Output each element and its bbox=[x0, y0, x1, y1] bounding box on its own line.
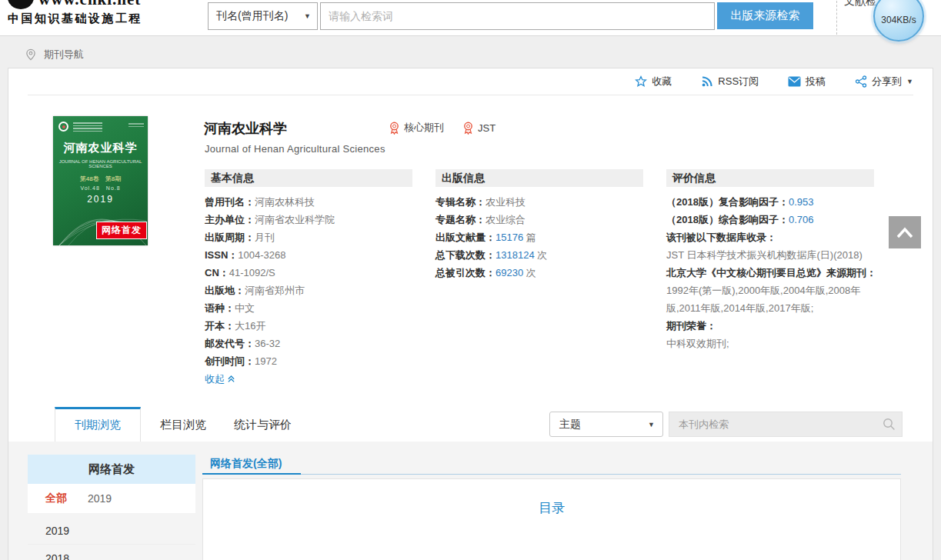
share-icon bbox=[855, 75, 867, 88]
chevron-down-icon: ▼ bbox=[304, 12, 311, 20]
chevron-up-icon bbox=[896, 225, 914, 239]
sidebar-online-first-header[interactable]: 网络首发 bbox=[28, 455, 195, 484]
chevron-down-icon: ▼ bbox=[906, 78, 913, 85]
breadcrumb-journal-nav[interactable]: 期刊导航 bbox=[44, 48, 84, 62]
cover-decorative-lines-right bbox=[128, 123, 144, 128]
info-row: 出版文献量：15176 篇 bbox=[435, 228, 649, 246]
sidebar-year-item[interactable]: 2019 bbox=[28, 517, 195, 545]
cover-subtitle-en: JOURNAL OF HENAN AGRICULTURAL SCIENCES bbox=[53, 159, 148, 168]
info-row: 总下载次数：1318124 次 bbox=[435, 246, 649, 264]
header-divider bbox=[836, 1, 837, 35]
topic-select-value: 主题 bbox=[559, 418, 648, 432]
browse-tabs: 刊期浏览 栏目浏览 统计与评价 主题 ▼ bbox=[8, 407, 933, 442]
info-row: 总被引次数：69230 次 bbox=[435, 264, 649, 282]
database-included-label: 该刊被以下数据库收录： bbox=[666, 228, 880, 246]
publication-search-button[interactable]: 出版来源检索 bbox=[717, 2, 813, 29]
envelope-icon bbox=[788, 76, 801, 87]
journal-honor-label: 期刊荣誉： bbox=[666, 317, 880, 335]
info-row: 出版周期：月刊 bbox=[205, 228, 419, 246]
toc-heading: 目录 bbox=[203, 499, 900, 517]
info-row: 创刊时间：1972 bbox=[205, 352, 419, 370]
impact-factor-row: （2018版）复合影响因子：0.953 bbox=[666, 193, 880, 211]
back-to-top-button[interactable] bbox=[889, 216, 921, 248]
jst-badge: JST bbox=[462, 122, 496, 135]
cnki-logo[interactable]: www.cnki.net 中国知识基础设施工程 bbox=[8, 0, 142, 26]
online-first-all-tab[interactable]: 网络首发(全部) bbox=[210, 457, 282, 471]
table-of-contents-box: 目录 bbox=[202, 478, 901, 560]
info-row: 专辑名称：农业科技 bbox=[435, 193, 649, 211]
journal-title: 河南农业科学 bbox=[204, 119, 287, 138]
contribute-button[interactable]: 投稿 bbox=[788, 75, 826, 88]
share-button[interactable]: 分享到 ▼ bbox=[855, 75, 913, 88]
tab-stats-evaluation[interactable]: 统计与评价 bbox=[234, 407, 292, 442]
medal-icon bbox=[462, 122, 474, 135]
pku-core-label: 北京大学《中文核心期刊要目总览》来源期刊： bbox=[666, 264, 880, 282]
info-row: CN：41-1092/S bbox=[205, 264, 419, 282]
sidebar-year-item[interactable]: 2018 bbox=[28, 545, 195, 560]
online-first-badge: 网络首发 bbox=[96, 222, 147, 239]
journal-cover: 河南农业科学 JOURNAL OF HENAN AGRICULTURAL SCI… bbox=[53, 116, 148, 245]
search-type-value: 刊名(曾用刊名) bbox=[216, 9, 304, 23]
cover-title: 河南农业科学 bbox=[53, 141, 148, 155]
info-row: 语种：中文 bbox=[205, 299, 419, 317]
evaluation-info-column: 评价信息 （2018版）复合影响因子：0.953 （2018版）综合影响因子：0… bbox=[666, 169, 880, 352]
tab-issue-browse[interactable]: 刊期浏览 bbox=[55, 407, 141, 442]
impact-factor-row: （2018版）综合影响因子：0.706 bbox=[666, 211, 880, 228]
globe-icon bbox=[8, 0, 34, 9]
logo-url-text: www.cnki.net bbox=[38, 0, 141, 9]
topic-select[interactable]: 主题 ▼ bbox=[549, 412, 663, 437]
issue-browse-section: 网络首发 全部 2019 2019 2018 网络首发(全部) 目录 bbox=[8, 442, 933, 560]
rss-icon bbox=[701, 75, 713, 88]
core-journal-badge: 核心期刊 bbox=[389, 121, 444, 135]
info-row: 开本：大16开 bbox=[205, 317, 419, 335]
cover-emblem-icon bbox=[58, 122, 68, 132]
info-row: 主办单位：河南省农业科学院 bbox=[205, 211, 419, 228]
cover-volume: 第48卷 第8期 bbox=[53, 175, 148, 183]
logo-subtitle: 中国知识基础设施工程 bbox=[8, 12, 142, 26]
pku-core-value: 1992年(第一版),2000年版,2004年版,2008年版,2011年版,2… bbox=[666, 282, 880, 317]
sidebar-all-row: 全部 2019 bbox=[28, 484, 195, 513]
header-partial-text: 文献检 bbox=[844, 0, 876, 8]
top-header: www.cnki.net 中国知识基础设施工程 刊名(曾用刊名) ▼ 出版来源检… bbox=[0, 0, 941, 36]
favorite-button[interactable]: 收藏 bbox=[635, 75, 672, 88]
in-journal-search bbox=[669, 412, 903, 437]
basic-info-column: 基本信息 曾用刊名：河南农林科技 主办单位：河南省农业科学院 出版周期：月刊 I… bbox=[205, 169, 419, 388]
tab-column-browse[interactable]: 栏目浏览 bbox=[160, 407, 206, 442]
sidebar-current-year[interactable]: 2019 bbox=[88, 492, 112, 505]
breadcrumb: 期刊导航 bbox=[25, 48, 84, 62]
action-toolbar: 收藏 RSS订阅 投稿 分享到 bbox=[28, 68, 913, 95]
search-icon[interactable] bbox=[883, 418, 896, 431]
sidebar-all-link[interactable]: 全部 bbox=[45, 492, 67, 505]
cover-decorative-lines bbox=[73, 122, 102, 133]
journal-honor-value: 中科双效期刊; bbox=[666, 335, 880, 352]
tab-underline bbox=[202, 474, 901, 475]
journal-card: 收藏 RSS订阅 投稿 分享到 bbox=[8, 68, 933, 560]
search-input[interactable] bbox=[320, 2, 715, 30]
double-chevron-up-icon bbox=[227, 375, 235, 383]
info-row: 邮发代号：36-32 bbox=[205, 335, 419, 352]
info-row: 出版地：河南省郑州市 bbox=[205, 282, 419, 299]
info-row: 专题名称：农业综合 bbox=[435, 211, 649, 228]
star-icon bbox=[635, 75, 647, 88]
publication-info-header: 出版信息 bbox=[435, 169, 643, 187]
database-included-value: JST 日本科学技术振兴机构数据库(日)(2018) bbox=[666, 246, 880, 264]
info-row: ISSN：1004-3268 bbox=[205, 246, 419, 264]
location-pin-icon bbox=[25, 48, 37, 62]
publication-info-column: 出版信息 专辑名称：农业科技 专题名称：农业综合 出版文献量：15176 篇 总… bbox=[435, 169, 649, 282]
basic-info-header: 基本信息 bbox=[205, 169, 412, 187]
journal-badges: 核心期刊 JST bbox=[389, 121, 496, 135]
evaluation-info-header: 评价信息 bbox=[666, 169, 874, 187]
issue-sidebar: 网络首发 全部 2019 2019 2018 bbox=[28, 455, 195, 560]
sidebar-year-list: 2019 2018 bbox=[28, 517, 195, 560]
search-type-select[interactable]: 刊名(曾用刊名) ▼ bbox=[208, 2, 318, 30]
medal-icon bbox=[389, 122, 400, 135]
collapse-link[interactable]: 收起 bbox=[205, 370, 235, 388]
rss-subscribe-button[interactable]: RSS订阅 bbox=[701, 75, 759, 88]
journal-title-en: Journal of Henan Agricultural Sciences bbox=[205, 143, 385, 155]
chevron-down-icon: ▼ bbox=[648, 421, 655, 428]
download-speed-value: 304KB/s bbox=[881, 15, 916, 25]
info-row: 曾用刊名：河南农林科技 bbox=[205, 193, 419, 211]
in-journal-search-input[interactable] bbox=[669, 412, 903, 437]
